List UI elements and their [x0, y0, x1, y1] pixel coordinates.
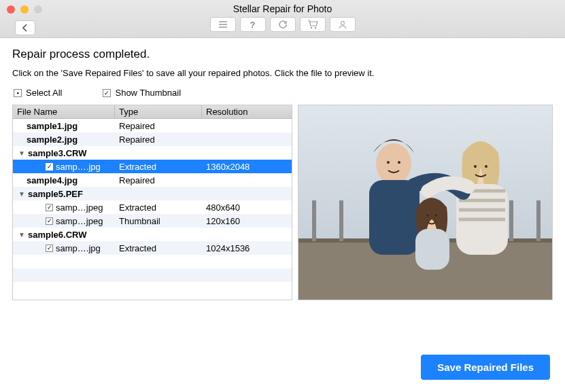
cell-resolution — [202, 233, 292, 236]
row-checkbox[interactable]: ✓ — [46, 204, 53, 211]
user-icon[interactable] — [330, 17, 356, 32]
cell-type: Repaired — [115, 133, 202, 146]
close-window-button[interactable] — [7, 5, 15, 14]
cell-type — [115, 152, 202, 154]
checkbox-icon: ▪ — [14, 89, 22, 97]
svg-rect-6 — [312, 200, 316, 241]
maximize-window-button[interactable] — [34, 5, 42, 14]
svg-rect-8 — [509, 200, 513, 241]
cell-resolution — [202, 124, 292, 127]
table-row[interactable]: sample4.jpgRepaired — [13, 173, 292, 187]
table-body: sample1.jpgRepairedsample2.jpgRepaired▼s… — [13, 119, 292, 296]
table-row[interactable]: ▼sample3.CRW — [13, 146, 292, 160]
cell-type — [115, 192, 202, 195]
col-resolution[interactable]: Resolution — [202, 105, 292, 118]
svg-point-2 — [341, 22, 344, 25]
cell-resolution: 1024x1536 — [202, 242, 292, 255]
cell-filename: sample2.jpg — [13, 135, 115, 145]
cell-resolution: 120x160 — [202, 215, 292, 228]
window-controls — [7, 5, 42, 14]
disclosure-icon[interactable]: ▼ — [18, 190, 25, 198]
cell-type: Thumbnail — [115, 215, 202, 228]
options-row: ▪ Select All ✓ Show Thumbnail — [12, 88, 553, 98]
cell-resolution — [202, 138, 292, 141]
list-icon[interactable] — [210, 17, 236, 32]
cell-resolution — [202, 192, 292, 195]
table-header: File Name Type Resolution — [13, 105, 292, 119]
cell-filename: ▼sample3.CRW — [13, 148, 115, 158]
cell-type — [115, 233, 202, 236]
svg-point-20 — [387, 161, 390, 164]
cell-type: Repaired — [115, 120, 202, 132]
cell-filename: sample4.jpg — [13, 175, 115, 185]
table-row[interactable]: ▼sample5.PEF — [13, 187, 292, 200]
content-area: Repair process completed. Click on the '… — [0, 38, 565, 392]
svg-point-10 — [376, 143, 411, 184]
show-thumbnail-checkbox[interactable]: ✓ Show Thumbnail — [103, 88, 181, 98]
show-thumbnail-label: Show Thumbnail — [115, 88, 181, 98]
table-row-empty — [13, 282, 292, 296]
svg-rect-19 — [415, 229, 449, 270]
cell-filename: sample1.jpg — [13, 121, 115, 131]
cell-filename: ▼sample6.CRW — [13, 230, 115, 240]
photo-preview[interactable] — [298, 105, 553, 300]
save-repaired-button[interactable]: Save Repaired Files — [421, 355, 550, 380]
col-type[interactable]: Type — [115, 105, 202, 118]
status-headline: Repair process completed. — [12, 48, 553, 61]
svg-point-23 — [485, 165, 487, 168]
table-row[interactable]: ✓ samp….jpgExtracted1360x2048 — [13, 160, 292, 173]
cell-type: Extracted — [115, 242, 202, 255]
status-subline: Click on the 'Save Repaired Files' to sa… — [12, 68, 553, 78]
svg-point-22 — [474, 165, 477, 168]
svg-point-24 — [426, 214, 429, 217]
cell-type: Repaired — [115, 174, 202, 187]
table-row[interactable]: ▼sample6.CRW — [13, 228, 292, 241]
svg-point-21 — [398, 161, 400, 164]
cell-type: Extracted — [115, 160, 202, 173]
svg-rect-9 — [536, 200, 541, 241]
file-table: File Name Type Resolution sample1.jpgRep… — [12, 105, 292, 300]
back-button[interactable] — [15, 20, 35, 35]
table-row[interactable]: sample2.jpgRepaired — [13, 132, 292, 146]
disclosure-icon[interactable]: ▼ — [18, 231, 25, 238]
cell-filename: ✓ samp…jpeg — [13, 202, 115, 213]
table-row[interactable]: ✓ samp…jpegThumbnail120x160 — [13, 214, 292, 228]
row-checkbox[interactable]: ✓ — [46, 163, 53, 171]
table-row-empty — [13, 268, 292, 282]
row-checkbox[interactable]: ✓ — [46, 245, 53, 252]
svg-rect-7 — [339, 200, 343, 241]
window-title: Stellar Repair for Photo — [0, 0, 565, 14]
select-all-label: Select All — [26, 88, 62, 98]
cart-icon[interactable] — [300, 17, 326, 32]
col-filename[interactable]: File Name — [13, 105, 115, 118]
table-row-empty — [13, 255, 292, 268]
cell-filename: ✓ samp….jpg — [13, 162, 115, 172]
refresh-icon[interactable] — [270, 17, 296, 32]
svg-point-1 — [314, 27, 315, 29]
cell-resolution: 480x640 — [202, 201, 292, 214]
table-row[interactable]: ✓ samp…jpegExtracted480x640 — [13, 200, 292, 214]
cell-filename: ✓ samp…jpeg — [13, 216, 115, 226]
table-row[interactable]: ✓ samp….jpgExtracted1024x1536 — [13, 241, 292, 255]
titlebar: Stellar Repair for Photo ? — [0, 0, 565, 38]
cell-resolution — [202, 152, 292, 154]
svg-point-25 — [434, 214, 437, 217]
row-checkbox[interactable]: ✓ — [46, 217, 53, 225]
table-row[interactable]: sample1.jpgRepaired — [13, 119, 292, 132]
help-icon[interactable]: ? — [240, 17, 266, 32]
minimize-window-button[interactable] — [20, 5, 29, 14]
svg-point-0 — [310, 27, 311, 29]
cell-resolution: 1360x2048 — [202, 160, 292, 173]
cell-filename: ✓ samp….jpg — [13, 243, 115, 253]
cell-filename: ▼sample5.PEF — [13, 189, 115, 199]
cell-type: Extracted — [115, 201, 202, 214]
disclosure-icon[interactable]: ▼ — [18, 149, 25, 157]
cell-resolution — [202, 179, 292, 181]
checkbox-icon: ✓ — [103, 89, 111, 97]
select-all-checkbox[interactable]: ▪ Select All — [14, 88, 62, 98]
toolbar: ? — [0, 17, 565, 32]
